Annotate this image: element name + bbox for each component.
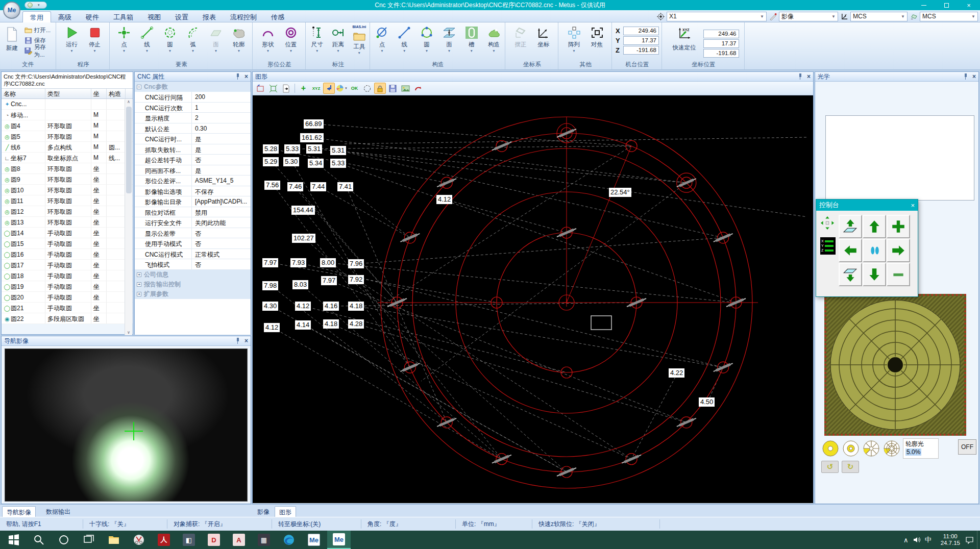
sector-wheel-light-button[interactable] — [862, 439, 880, 458]
prop-row-默认公差[interactable]: 默认公差0.30 — [135, 123, 251, 134]
prop-group-Cnc参数[interactable]: −Cnc参数 — [135, 82, 251, 92]
tree-row-圆16[interactable]: ◯圆16手动取圆坐 — [2, 249, 133, 260]
light-off-button[interactable]: OFF — [958, 439, 976, 455]
volume-icon[interactable] — [913, 536, 921, 544]
tree-row-圆4[interactable]: ◎圆4环形取圆M — [2, 120, 133, 131]
expand-icon[interactable]: + — [137, 292, 141, 296]
tab-数据输出[interactable]: 数据输出 — [42, 506, 75, 517]
show-desktop-button[interactable] — [977, 531, 980, 549]
tree-row-线6[interactable]: ╱线6多点构线M圆... — [2, 142, 133, 153]
tab-设置[interactable]: 设置 — [168, 11, 195, 22]
color-wheel-button[interactable]: ▼ — [336, 83, 348, 94]
ribbon-button-另存为...[interactable]: 另存为... — [24, 46, 56, 55]
prop-row-超公差转手动[interactable]: 超公差转手动否 — [135, 155, 251, 165]
prop-row-飞拍模式[interactable]: 飞拍模式否 — [135, 259, 251, 270]
tree-row-圆8[interactable]: ◎圆8环形取圆坐 — [2, 163, 133, 174]
pin-icon[interactable] — [235, 73, 240, 80]
prop-row-影像输出目录[interactable]: 影像输出目录[AppPath]\CADPi... — [135, 196, 251, 207]
prop-row-抓取失败转...[interactable]: 抓取失败转...是 — [135, 144, 251, 155]
tab-工具箱[interactable]: 工具箱 — [106, 11, 140, 22]
rotate-ccw-button[interactable]: ↺ — [821, 461, 839, 473]
expand-icon[interactable]: + — [137, 282, 141, 287]
tab-视图[interactable]: 视图 — [140, 11, 168, 22]
tree-row-圆10[interactable]: ◎圆10环形取圆坐 — [2, 185, 133, 195]
ribbon-button-弧[interactable]: 弧▼ — [182, 23, 204, 59]
tab-高级[interactable]: 高级 — [51, 11, 79, 22]
prop-row-限位对话框[interactable]: 限位对话框禁用 — [135, 207, 251, 218]
lock-button[interactable] — [374, 83, 386, 94]
quick-access-toolbar[interactable]: ▾ — [24, 2, 47, 9]
app-menu-button[interactable]: Me — [3, 2, 20, 19]
close-icon[interactable]: × — [807, 74, 811, 79]
xyz-display-button[interactable]: XYZ — [310, 83, 322, 94]
console-pause-button[interactable] — [863, 239, 886, 262]
camera-preview-image[interactable] — [5, 348, 248, 502]
console-plane-down-button[interactable] — [839, 263, 862, 286]
taskbar-calculator[interactable]: ▦ — [252, 531, 276, 549]
ribbon-button-快速定位[interactable]: XYZ快速定位 — [669, 27, 700, 52]
tab-硬件[interactable]: 硬件 — [79, 11, 106, 22]
pin-icon[interactable] — [798, 73, 803, 80]
console-arrow-right-button[interactable] — [887, 239, 910, 262]
prop-row-形位公差评...[interactable]: 形位公差评...ASME_Y14_5 — [135, 176, 251, 186]
ribbon-button-圆[interactable]: 圆▼ — [159, 23, 181, 59]
ribbon-button-槽[interactable]: 槽▼ — [460, 23, 482, 59]
light-intensity-value[interactable]: 5.0% — [905, 448, 921, 456]
redo-arrow-button[interactable] — [412, 83, 424, 94]
rotate-cw-button[interactable]: ↻ — [842, 461, 859, 473]
axis-value-X[interactable]: 249.46 — [623, 27, 659, 35]
axis-value-Z[interactable]: -191.68 — [623, 46, 659, 55]
tab-流程控制[interactable]: 流程控制 — [223, 11, 264, 22]
sector-rings-light-button[interactable] — [883, 439, 901, 458]
prop-row-CNC运行间隔[interactable]: CNC运行间隔200 — [135, 92, 251, 103]
ring-center-light-button[interactable] — [842, 439, 860, 458]
tree-row-圆9[interactable]: ◎圆9环形取圆坐 — [2, 174, 133, 185]
taskbar-cad-app[interactable]: A — [227, 531, 251, 549]
prop-group-扩展参数[interactable]: +扩展参数 — [135, 289, 251, 299]
prop-group-公司信息[interactable]: +公司信息 — [135, 270, 251, 280]
close-icon[interactable]: × — [244, 74, 248, 79]
fit-view-button[interactable] — [255, 83, 266, 94]
close-icon[interactable]: × — [972, 74, 976, 79]
tree-row-圆22[interactable]: ◉圆22多段扇区取圆坐 — [2, 313, 133, 324]
cad-canvas[interactable]: 66.89161.625.285.335.315.315.295.305.345… — [253, 95, 813, 503]
tree-row-圆20[interactable]: ◯圆20手动取圆坐 — [2, 292, 133, 303]
taskbar-pdf-reader[interactable]: 人 — [152, 531, 176, 549]
taskbar-d-app[interactable]: D — [202, 531, 226, 549]
console-plus-button[interactable] — [887, 215, 910, 238]
quick-value-0[interactable]: 249.46 — [703, 30, 739, 38]
prop-group-报告输出控制[interactable]: +报告输出控制 — [135, 280, 251, 289]
ribbon-button-距离[interactable]: 距离▼ — [328, 23, 348, 59]
prop-row-使用手动模式[interactable]: 使用手动模式否 — [135, 238, 251, 249]
prop-row-同画面不移...[interactable]: 同画面不移...是 — [135, 165, 251, 176]
minimize-button[interactable] — [913, 0, 935, 10]
tree-col-构造[interactable]: 构造 — [107, 89, 126, 98]
taskbar-metus-active[interactable]: Me — [327, 531, 351, 549]
tab-图形[interactable]: 图形 — [275, 506, 296, 517]
ime-indicator[interactable]: 中 — [925, 535, 932, 544]
tree-row-Cnc...[interactable]: ✦Cnc... — [2, 99, 133, 110]
tree-row-圆12[interactable]: ◎圆12环形取圆坐 — [2, 206, 133, 217]
ribbon-button-形状[interactable]: 形状▼ — [257, 23, 279, 59]
console-minus-button[interactable] — [887, 263, 910, 286]
console-arrow-left-button[interactable] — [839, 239, 862, 262]
prop-row-CNC运行次数[interactable]: CNC运行次数1 — [135, 103, 251, 113]
tree-row-圆5[interactable]: ◎圆5环形取圆M — [2, 131, 133, 142]
prop-row-显示精度[interactable]: 显示精度2 — [135, 113, 251, 123]
ribbon-button-构造[interactable]: 构造▼ — [483, 23, 505, 59]
ok-confirm-button[interactable]: OK — [349, 83, 360, 94]
taskbar-snipping-tool[interactable] — [127, 531, 151, 549]
tree-row-圆11[interactable]: ◎圆11环形取圆坐 — [2, 195, 133, 206]
prop-row-显示公差带[interactable]: 显示公差带否 — [135, 228, 251, 239]
tree-row-圆19[interactable]: ◯圆19手动取圆坐 — [2, 281, 133, 292]
close-icon[interactable]: × — [911, 202, 915, 209]
tray-chevron-up-icon[interactable]: ∧ — [903, 536, 909, 544]
ribbon-button-阵列[interactable]: 阵列▼ — [563, 23, 585, 59]
quick-value-1[interactable]: 17.37 — [703, 39, 739, 48]
ribbon-button-尺寸[interactable]: 尺寸▼ — [307, 23, 327, 59]
taskbar-search[interactable] — [27, 531, 51, 549]
pin-icon[interactable] — [235, 338, 240, 344]
taskbar-task-view[interactable] — [77, 531, 101, 549]
tree-row-移动...[interactable]: ◔移动...M — [2, 110, 133, 120]
ribbon-button-打开...[interactable]: 打开... — [24, 26, 56, 35]
